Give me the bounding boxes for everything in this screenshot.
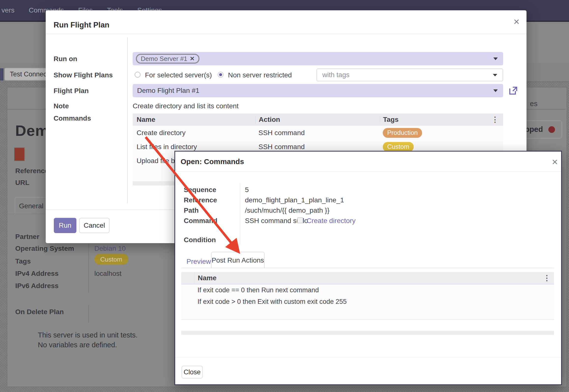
production-tag-pill: Production xyxy=(383,128,422,138)
actions-table-header: Name ⋮ xyxy=(181,272,554,284)
reference-label: Reference xyxy=(15,167,48,175)
note-label: Note xyxy=(54,102,69,110)
path-value: /such/much/{{ demo_path }} xyxy=(245,207,329,214)
close-icon[interactable]: ✕ xyxy=(513,17,520,27)
header-divider xyxy=(175,171,561,172)
reference-label: Reference xyxy=(184,196,217,204)
row-action: SSH command xyxy=(256,143,380,151)
action-row[interactable]: If exit code > 0 then Exit with custom e… xyxy=(181,296,554,308)
stopped-status-badge[interactable]: pped xyxy=(523,120,562,139)
screen: vers Commands Files Tools Settings Test … xyxy=(0,0,569,392)
open-commands-modal: Open: Commands ✕ Sequence 5 Reference de… xyxy=(174,151,562,385)
handle-column xyxy=(181,272,194,284)
run-on-label: Run on xyxy=(54,55,77,63)
color-swatch[interactable] xyxy=(14,147,25,161)
new-button-partial[interactable] xyxy=(0,68,3,81)
os-label: Operating System xyxy=(15,245,74,252)
sequence-value: 5 xyxy=(245,186,249,194)
label-column-divider xyxy=(127,37,128,203)
stopped-dot-icon xyxy=(548,126,555,133)
with-tags-select[interactable]: with tags xyxy=(316,69,503,81)
modal-title: Open: Commands xyxy=(181,157,244,166)
partner-label: Partner xyxy=(15,233,39,241)
radio-non-restricted-label[interactable]: Non server restricted xyxy=(228,71,292,79)
row-name: Create directory xyxy=(137,129,256,137)
run-button[interactable]: Run xyxy=(54,218,76,233)
notebook-divider xyxy=(7,214,47,214)
flight-plan-value: Demo Flight Plan #1 xyxy=(137,87,199,95)
show-flight-plans-label: Show Flight Plans xyxy=(54,71,113,79)
on-delete-label: On Delete Plan xyxy=(15,308,64,316)
chevron-down-icon xyxy=(493,89,498,92)
unit-test-note-2: No variables are defined. xyxy=(38,341,117,349)
action-row-empty xyxy=(181,308,554,320)
run-on-select[interactable]: Demo Server #1 ✕ xyxy=(133,52,503,65)
flight-plan-label: Flight Plan xyxy=(54,87,89,95)
col-name[interactable]: Name xyxy=(198,274,216,282)
table-row[interactable]: Create directory SSH command Production xyxy=(133,126,503,140)
server-tag-label: Demo Server #1 xyxy=(141,55,187,63)
tab-preview[interactable]: Preview xyxy=(186,258,211,266)
table-scrollbar[interactable] xyxy=(181,331,554,335)
row-action: SSH command xyxy=(256,129,380,137)
field-divider-2 xyxy=(88,305,89,323)
flight-plan-select[interactable]: Demo Flight Plan #1 xyxy=(133,84,503,97)
note-value: Create directory and list its content xyxy=(133,102,239,110)
custom-tag-pill: Custom xyxy=(94,254,128,265)
action-row-name: If exit code > 0 then Exit with custom e… xyxy=(198,298,347,306)
table-options-icon[interactable]: ⋮ xyxy=(543,274,551,282)
table-options-icon[interactable]: ⋮ xyxy=(491,116,499,123)
command-checkbox[interactable] xyxy=(297,217,303,223)
tags-label: Tags xyxy=(15,257,31,265)
chevron-down-icon xyxy=(493,74,497,76)
custom-tag-pill: Custom xyxy=(383,142,414,152)
close-icon[interactable]: ✕ xyxy=(552,157,558,167)
with-tags-placeholder: with tags xyxy=(322,71,350,79)
action-row-name: If exit code == 0 then Run next command xyxy=(198,286,319,294)
col-action[interactable]: Action xyxy=(256,116,380,124)
condition-label: Condition xyxy=(184,236,216,244)
radio-non-server-restricted[interactable] xyxy=(218,72,224,78)
remove-tag-icon[interactable]: ✕ xyxy=(190,55,195,62)
stopped-label: pped xyxy=(525,125,543,134)
command-link[interactable]: Create directory xyxy=(307,217,356,225)
action-row[interactable]: If exit code == 0 then Run next command xyxy=(181,284,554,296)
header-divider xyxy=(46,34,526,34)
ipv6-label: IPv6 Address xyxy=(15,282,58,290)
cancel-button[interactable]: Cancel xyxy=(79,218,110,233)
field-divider xyxy=(88,244,89,293)
sequence-label: Sequence xyxy=(184,186,216,194)
commands-label: Commands xyxy=(54,114,91,122)
tabs-bottom-border xyxy=(181,268,554,268)
radio-for-selected-servers[interactable] xyxy=(135,72,141,78)
ipv4-label: IPv4 Address xyxy=(15,270,58,278)
row-name: List files in directory xyxy=(137,143,256,151)
modal-title: Run Flight Plan xyxy=(54,21,109,29)
col-name[interactable]: Name xyxy=(137,116,256,124)
command-label: Command xyxy=(184,217,217,225)
chevron-down-icon xyxy=(493,57,498,60)
unit-test-note-1: This server is used in unit tests. xyxy=(38,331,138,339)
os-value-link[interactable]: Debian 10 xyxy=(94,245,126,252)
commands-table-header: Name Action Tags ⋮ xyxy=(133,113,503,126)
ipv4-value: localhost xyxy=(94,270,122,278)
server-tag-pill[interactable]: Demo Server #1 ✕ xyxy=(136,54,199,64)
footer-divider xyxy=(175,357,561,358)
url-label: URL xyxy=(15,179,29,187)
external-link-icon[interactable] xyxy=(508,85,518,96)
tab-general[interactable]: General xyxy=(15,197,48,215)
radio-for-selected-label[interactable]: For selected server(s) xyxy=(145,71,212,79)
col-tags[interactable]: Tags xyxy=(380,116,398,124)
path-label: Path xyxy=(184,207,199,214)
nav-servers[interactable]: vers xyxy=(1,6,14,14)
close-button[interactable]: Close xyxy=(182,366,203,378)
tab-post-run-actions[interactable]: Post Run Actions xyxy=(211,252,265,268)
statusbar-text: es xyxy=(530,100,538,108)
label-column-divider xyxy=(240,183,240,245)
reference-value: demo_flight_plan_1_plan_line_1 xyxy=(245,196,344,204)
